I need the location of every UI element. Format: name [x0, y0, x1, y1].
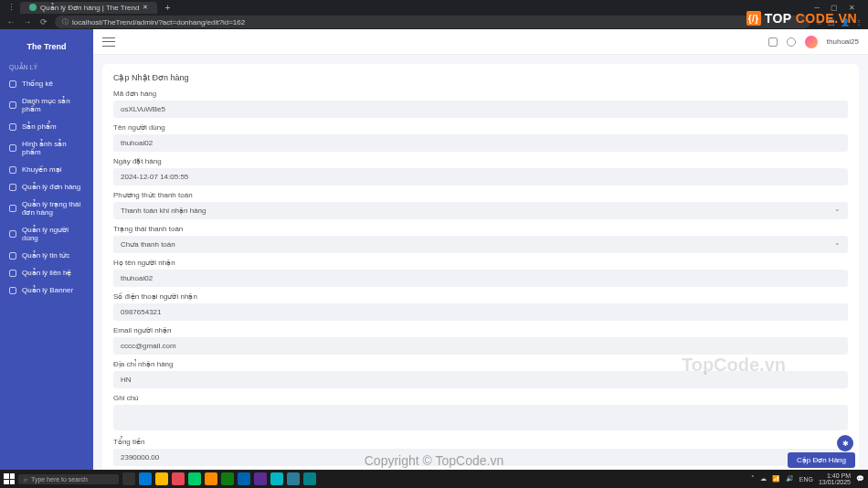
chat-fab-icon[interactable]: ✱ [837, 435, 853, 451]
sidebar-item-icon [9, 287, 16, 294]
card-title: Cập Nhật Đơn hàng [113, 73, 848, 82]
input-username[interactable] [113, 134, 848, 152]
watermark-brand-icon: {/} [746, 11, 761, 26]
sidebar-item[interactable]: Hình ảnh sản phẩm [0, 135, 93, 161]
label-order-code: Mã đơn hàng [113, 90, 848, 98]
watermark-brand-right: CODE.VN [796, 11, 857, 26]
tab-title: Quản lý Đơn hàng | The Trend [40, 4, 139, 12]
sidebar-item-label: Hình ảnh sản phẩm [22, 140, 84, 156]
label-order-date: Ngày đặt hàng [113, 157, 848, 165]
dark-mode-icon[interactable] [787, 37, 796, 47]
select-pay-method[interactable] [113, 202, 848, 219]
sidebar-section-label: QUẢN LÝ [0, 60, 93, 75]
tab-bar: ⋮ Quản lý Đơn hàng | The Trend ✕ + ─ ▢ ✕ [0, 0, 868, 15]
form-card: Cập Nhật Đơn hàng Mã đơn hàng Tên người … [102, 64, 859, 470]
browser-chrome: ⋮ Quản lý Đơn hàng | The Trend ✕ + ─ ▢ ✕… [0, 0, 868, 29]
sidebar-item[interactable]: Quản lý người dùng [0, 221, 93, 247]
sidebar-item-label: Quản lý người dùng [22, 226, 84, 242]
back-icon[interactable]: ← [5, 17, 16, 27]
sidebar-item[interactable]: Sản phẩm [0, 118, 93, 135]
textarea-note[interactable] [113, 405, 848, 430]
sidebar-item-label: Quản lý liên hệ [22, 269, 71, 277]
label-email: Email người nhận [113, 326, 848, 334]
sidebar-item-label: Khuyến mại [22, 165, 61, 174]
sidebar-item-icon [9, 166, 16, 174]
label-receiver: Họ tên người nhận [113, 259, 848, 267]
main-area: thuhoai25 Cập Nhật Đơn hàng Mã đơn hàng … [93, 29, 868, 470]
forward-icon[interactable]: → [22, 17, 33, 27]
label-phone: Số điện thoại người nhận [113, 292, 848, 301]
site-info-icon: ⓘ [62, 17, 69, 27]
label-note: Ghi chú [113, 394, 848, 402]
input-phone[interactable] [113, 303, 848, 321]
sidebar-item[interactable]: Danh mục sản phẩm [0, 92, 93, 118]
input-order-date[interactable] [113, 168, 848, 186]
sidebar-item[interactable]: Thống kê [0, 75, 93, 92]
sidebar-item[interactable]: Quản lý đơn hàng [0, 178, 93, 196]
sidebar-item-label: Danh mục sản phẩm [22, 97, 84, 113]
sidebar-item-label: Sản phẩm [22, 122, 57, 131]
sidebar-item[interactable]: Quản lý tin tức [0, 247, 93, 264]
favicon-icon [29, 4, 37, 11]
topbar-right: thuhoai25 [768, 36, 859, 48]
address-bar: ← → ⟳ ⓘ localhost/TheTrend/admin/?act=do… [0, 15, 868, 29]
fullscreen-icon[interactable] [768, 37, 778, 47]
submit-button[interactable]: Cập Đơn Hàng [788, 452, 855, 468]
browser-tab[interactable]: Quản lý Đơn hàng | The Trend ✕ [20, 2, 157, 14]
label-pay-method: Phương thức thanh toán [113, 191, 848, 199]
new-tab-button[interactable]: + [161, 3, 174, 13]
avatar[interactable] [805, 36, 818, 48]
tab-menu-icon[interactable]: ⋮ [5, 3, 16, 12]
sidebar-item-icon [9, 270, 16, 277]
sidebar-item-label: Quản lý tin tức [22, 251, 69, 260]
sidebar-item-icon [9, 144, 16, 152]
url-input[interactable]: ⓘ localhost/TheTrend/admin/?act=donhang/… [55, 16, 810, 28]
sidebar-item-icon [9, 252, 16, 260]
close-tab-icon[interactable]: ✕ [143, 4, 148, 11]
sidebar-item[interactable]: Quản lý Banner [0, 281, 93, 299]
sidebar-item-icon [9, 205, 16, 212]
hamburger-icon[interactable] [102, 37, 115, 47]
sidebar-item-label: Quản lý đơn hàng [22, 183, 80, 191]
watermark-brand-left: TOP [765, 11, 792, 26]
sidebar-item-icon [9, 101, 16, 109]
user-name[interactable]: thuhoai25 [827, 37, 859, 46]
brand-title[interactable]: The Trend [0, 37, 93, 60]
label-total: Tổng tiền [113, 438, 848, 446]
input-order-code[interactable] [113, 101, 848, 118]
watermark-brand: {/} TOPCODE.VN [746, 11, 857, 26]
input-email[interactable] [113, 337, 848, 355]
label-pay-status: Trạng thái thanh toán [113, 225, 848, 233]
sidebar-item[interactable]: Quản lý trạng thái đơn hàng [0, 196, 93, 221]
topbar: thuhoai25 [93, 29, 868, 55]
sidebar-item-icon [9, 80, 16, 88]
app-root: The Trend QUẢN LÝ Thống kêDanh mục sản p… [0, 29, 868, 470]
sidebar-item[interactable]: Quản lý liên hệ [0, 264, 93, 281]
sidebar-item-label: Thống kê [22, 80, 53, 88]
input-total[interactable] [113, 449, 848, 466]
sidebar-item-icon [9, 184, 16, 191]
sidebar-item-label: Quản lý Banner [22, 286, 73, 294]
label-username: Tên người dùng [113, 123, 848, 132]
url-text: localhost/TheTrend/admin/?act=donhang/ed… [72, 18, 245, 27]
sidebar-item[interactable]: Khuyến mại [0, 161, 93, 178]
input-receiver[interactable] [113, 270, 848, 287]
input-address[interactable] [113, 371, 848, 388]
select-pay-status[interactable] [113, 236, 848, 253]
reload-icon[interactable]: ⟳ [38, 17, 49, 27]
sidebar-item-icon [9, 123, 16, 131]
sidebar: The Trend QUẢN LÝ Thống kêDanh mục sản p… [0, 29, 93, 470]
sidebar-item-label: Quản lý trạng thái đơn hàng [22, 200, 84, 217]
sidebar-item-icon [9, 230, 16, 238]
label-address: Địa chỉ nhận hàng [113, 360, 848, 368]
content: Cập Nhật Đơn hàng Mã đơn hàng Tên người … [93, 55, 868, 470]
